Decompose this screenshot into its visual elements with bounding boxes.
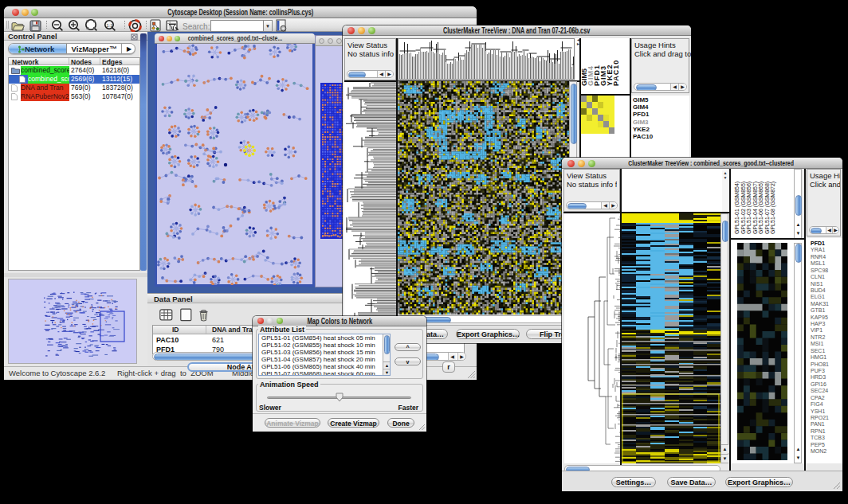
svg-text:1:1: 1:1 xyxy=(107,23,113,28)
